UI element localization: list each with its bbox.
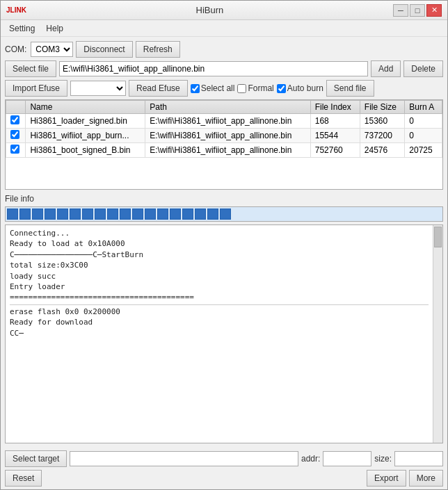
row-checkbox-1[interactable] (10, 130, 19, 139)
main-window: JLINK HiBurn ─ □ ✕ Setting Help COM: COM… (0, 0, 448, 490)
col-header-file-index: File Index (310, 101, 360, 114)
progress-block (182, 209, 193, 220)
progress-block (170, 209, 181, 220)
row-file-index-1: 15544 (310, 129, 360, 143)
formal-checkbox[interactable] (237, 84, 246, 93)
log-area[interactable]: Connecting...Ready to load at 0x10A000C─… (6, 225, 433, 443)
com-select[interactable]: COM3 (31, 42, 73, 57)
file-table-container: Name Path File Index File Size Burn A Hi… (5, 99, 443, 190)
log-line: loady succ (10, 271, 429, 281)
file-row: Select file Add Delete (5, 60, 443, 77)
row-file-size-2: 24576 (360, 143, 405, 158)
col-header-name: Name (26, 101, 145, 114)
row-burn-a-0: 0 (405, 114, 442, 129)
menu-item-setting[interactable]: Setting (3, 22, 40, 35)
log-line: Connecting... (10, 228, 429, 238)
table-row[interactable]: Hi3861_loader_signed.bin E:\wifi\Hi3861_… (6, 114, 442, 129)
com-label: COM: (5, 44, 26, 54)
toolbar-row: Import Efuse Read Efuse Select all Forma… (5, 80, 443, 97)
auto-burn-checkbox-label[interactable]: Auto burn (277, 83, 323, 93)
log-line: Entry loader (10, 281, 429, 292)
progress-block (207, 209, 218, 220)
progress-block (145, 209, 156, 220)
file-info-label: File info (5, 194, 443, 204)
add-button[interactable]: Add (371, 60, 401, 77)
export-button[interactable]: Export (367, 470, 406, 487)
progress-block (45, 209, 56, 220)
row-file-index-0: 168 (310, 114, 360, 129)
import-efuse-button[interactable]: Import Efuse (5, 80, 67, 97)
close-button[interactable]: ✕ (426, 4, 442, 17)
import-efuse-select[interactable] (70, 81, 126, 96)
progress-bar (5, 206, 443, 222)
log-wrapper: Connecting...Ready to load at 0x10A000C─… (5, 224, 443, 443)
title-bar: JLINK HiBurn ─ □ ✕ (1, 1, 447, 20)
select-file-button[interactable]: Select file (5, 60, 56, 77)
progress-block (70, 209, 81, 220)
table-row[interactable]: Hi3861_wifiiot_app_burn... E:\wifi\Hi386… (6, 129, 442, 143)
progress-block (7, 209, 18, 220)
auto-burn-checkbox[interactable] (277, 84, 286, 93)
row-file-size-0: 15360 (360, 114, 405, 129)
auto-burn-label: Auto burn (287, 83, 323, 93)
maximize-button[interactable]: □ (410, 4, 425, 17)
progress-block (132, 209, 143, 220)
row-burn-a-2: 20725 (405, 143, 442, 158)
file-table: Name Path File Index File Size Burn A Hi… (6, 100, 442, 158)
progress-block (107, 209, 118, 220)
log-scrollbar[interactable] (433, 225, 442, 443)
row-name-1: Hi3861_wifiiot_app_burn... (26, 129, 145, 143)
log-line: CC─ (10, 328, 429, 338)
menu-item-help[interactable]: Help (40, 22, 69, 35)
progress-block (195, 209, 206, 220)
col-header-path: Path (145, 101, 310, 114)
send-file-button[interactable]: Send file (326, 80, 374, 97)
progress-block (120, 209, 131, 220)
table-row[interactable]: Hi3861_boot_signed_B.bin E:\wifi\Hi3861_… (6, 143, 442, 158)
log-line: Ready for download (10, 317, 429, 327)
window-title: HiBurn (196, 5, 224, 15)
row-checkbox-cell (6, 143, 26, 158)
window-controls: ─ □ ✕ (393, 4, 442, 17)
brand-label: JLINK (6, 6, 26, 14)
select-all-checkbox-label[interactable]: Select all (191, 83, 235, 93)
more-button[interactable]: More (409, 470, 443, 487)
disconnect-button[interactable]: Disconnect (76, 41, 132, 58)
size-input[interactable] (394, 451, 443, 466)
delete-button[interactable]: Delete (403, 60, 443, 77)
row-name-2: Hi3861_boot_signed_B.bin (26, 143, 145, 158)
read-efuse-button[interactable]: Read Efuse (129, 80, 188, 97)
com-row: COM: COM3 Disconnect Refresh (5, 41, 443, 58)
row-checkbox-2[interactable] (10, 145, 19, 154)
refresh-button[interactable]: Refresh (136, 41, 180, 58)
bottom-row1: Select target addr: size: (5, 450, 443, 467)
log-line: Ready to load at 0x10A000 (10, 238, 429, 249)
row-checkbox-cell (6, 114, 26, 129)
formal-label: Formal (248, 83, 273, 93)
addr-input[interactable] (323, 451, 371, 466)
progress-block (32, 209, 43, 220)
row-checkbox-0[interactable] (10, 115, 19, 124)
select-all-checkbox[interactable] (191, 84, 200, 93)
col-header-check (6, 101, 26, 114)
row-path-0: E:\wifi\Hi3861_wifiiot_app_allinone.bin (145, 114, 310, 129)
progress-block (82, 209, 93, 220)
minimize-button[interactable]: ─ (393, 4, 408, 17)
select-target-button[interactable]: Select target (5, 450, 67, 467)
progress-block (220, 209, 231, 220)
formal-checkbox-label[interactable]: Formal (237, 83, 273, 93)
progress-block (95, 209, 106, 220)
log-scrollbar-thumb[interactable] (434, 227, 442, 247)
row-burn-a-1: 0 (405, 129, 442, 143)
log-line: C─────────────────C─StartBurn (10, 250, 429, 260)
content-area: COM: COM3 Disconnect Refresh Select file… (1, 37, 447, 448)
target-input[interactable] (70, 451, 298, 466)
log-line: ======================================== (10, 292, 429, 302)
row-file-index-2: 752760 (310, 143, 360, 158)
select-all-label: Select all (201, 83, 235, 93)
progress-block (19, 209, 31, 220)
bottom-row2: Reset Export More (5, 470, 443, 487)
progress-block (157, 209, 168, 220)
reset-button[interactable]: Reset (5, 470, 42, 487)
file-path-input[interactable] (59, 61, 368, 76)
